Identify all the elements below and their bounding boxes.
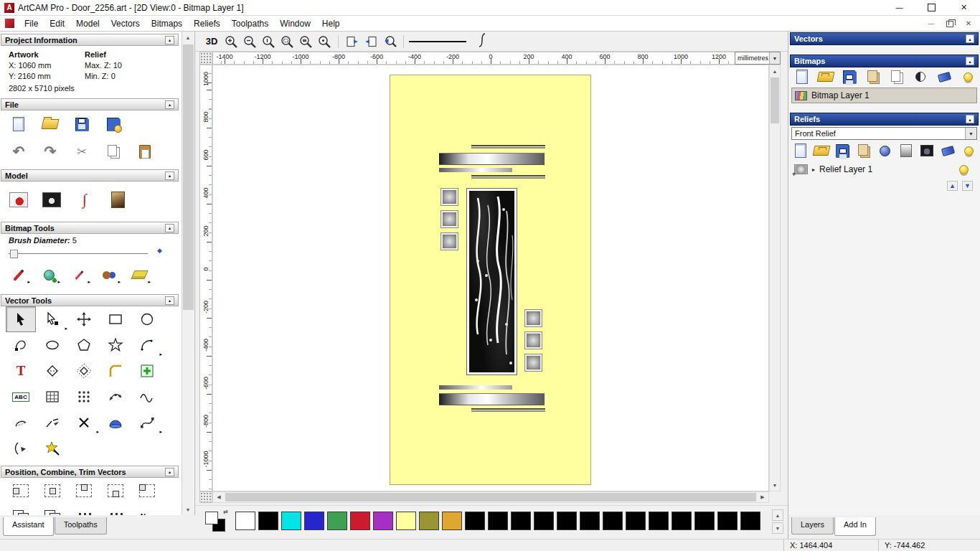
scroll-up-icon[interactable] [182, 32, 194, 43]
zoom-object-icon[interactable] [316, 34, 333, 50]
eraser[interactable] [128, 264, 151, 286]
bitmap-layer-row[interactable]: Bitmap Layer 1 [791, 88, 977, 103]
smooth-relief[interactable] [877, 143, 892, 158]
wrap-vectors-tool[interactable] [132, 384, 162, 410]
color-swatch[interactable] [258, 512, 278, 530]
join-vectors-tool[interactable] [37, 410, 67, 435]
color-swatch[interactable] [373, 512, 393, 530]
create-text-tool[interactable]: T [6, 358, 36, 384]
canvas-horizontal-scrollbar[interactable] [212, 491, 769, 503]
collapse-icon[interactable] [966, 34, 974, 43]
open-model[interactable] [39, 113, 62, 135]
zoom-out-icon[interactable] [241, 34, 258, 50]
color-swatch[interactable] [327, 512, 347, 530]
color-swatch[interactable] [694, 512, 715, 530]
page-right-icon[interactable] [362, 34, 380, 50]
color-swatch[interactable] [672, 512, 692, 530]
transform-vectors-tool[interactable] [69, 306, 99, 332]
swap-colours-icon[interactable] [223, 509, 228, 515]
offset-vectors-tool[interactable] [69, 358, 99, 384]
scroll-down-icon[interactable] [770, 479, 780, 491]
bitmap-light[interactable] [958, 70, 977, 84]
create-polygon-tool[interactable] [69, 332, 99, 358]
mdi-minimize-button[interactable] [925, 19, 937, 29]
tab[interactable]: Layers [791, 517, 834, 534]
load-reference[interactable] [7, 189, 30, 210]
align-centre-tool[interactable] [37, 478, 67, 504]
close-button[interactable] [948, 0, 980, 16]
open-relief[interactable] [814, 143, 829, 158]
scatter-copy-tool[interactable] [69, 504, 99, 515]
node-editing-tool[interactable] [37, 306, 67, 332]
menu-item[interactable]: File [19, 17, 44, 31]
foreground-colour-swatch[interactable] [205, 512, 218, 524]
paste-along-curve-tool[interactable] [100, 384, 131, 410]
relief-light[interactable] [961, 143, 977, 158]
new-model[interactable] [7, 113, 30, 135]
relief-layer-row[interactable]: Relief Layer 1 [791, 161, 977, 177]
new-bitmap[interactable] [793, 70, 811, 84]
color-swatch[interactable] [419, 512, 439, 530]
dropdown-arrow-icon[interactable] [965, 128, 976, 139]
menu-item[interactable]: Toolpaths [226, 17, 274, 31]
zoom-in-icon[interactable] [222, 34, 240, 50]
scrollbar-thumb[interactable] [183, 44, 194, 310]
reliefs-header[interactable]: Reliefs [790, 113, 979, 126]
assistant-scrollbar[interactable] [182, 32, 194, 515]
load-texture[interactable] [106, 189, 129, 210]
view-3d-button[interactable]: 3D [202, 34, 221, 50]
bitmaps-header[interactable]: Bitmaps [790, 55, 979, 67]
create-circle-tool[interactable] [132, 306, 162, 332]
collapse-icon[interactable] [165, 36, 174, 44]
paste[interactable] [133, 141, 156, 162]
collapse-icon[interactable] [165, 296, 174, 305]
color-swatch[interactable] [442, 512, 462, 530]
invert-model[interactable] [40, 189, 63, 210]
relief-selector-combo[interactable]: Front Relief [791, 127, 977, 140]
ungroup-vectors-tool[interactable] [37, 504, 67, 515]
scroll-left-icon[interactable] [213, 492, 225, 502]
color-swatch[interactable] [557, 512, 577, 530]
paste-block-tool[interactable] [132, 358, 162, 384]
collapse-icon[interactable] [165, 171, 174, 180]
menu-item[interactable]: Window [274, 17, 316, 31]
greyscale-relief[interactable] [898, 143, 914, 158]
preview-relief[interactable] [919, 143, 935, 158]
menu-item[interactable]: Reliefs [188, 17, 226, 31]
save-bitmap[interactable] [840, 70, 859, 84]
paint-brush[interactable] [7, 264, 30, 286]
create-rectangle-tool[interactable] [100, 306, 131, 332]
align-top-tool[interactable] [69, 478, 99, 504]
canvas-vertical-scrollbar[interactable] [769, 65, 781, 491]
color-swatch[interactable] [281, 512, 301, 530]
color-swatch[interactable] [304, 512, 324, 530]
model-stamp[interactable] [73, 189, 96, 210]
zoom-fit-icon[interactable] [297, 34, 314, 50]
trim-vectors-tool[interactable] [69, 410, 99, 435]
scroll-down-icon[interactable] [182, 504, 194, 515]
align-corner-tool[interactable] [132, 478, 162, 504]
create-star-tool[interactable] [100, 332, 131, 358]
star-wizard-tool[interactable] [37, 435, 67, 461]
save-relief[interactable] [835, 143, 851, 158]
contrast-bitmap[interactable] [911, 70, 930, 84]
color-swatch[interactable] [465, 512, 485, 530]
merge-bitmap[interactable] [864, 70, 882, 84]
color-swatch[interactable] [649, 512, 669, 530]
collapse-icon[interactable] [165, 224, 174, 232]
nesting-tool[interactable]: Nes [132, 504, 162, 515]
color-swatch[interactable] [534, 512, 554, 530]
units-combo[interactable]: millimetres [735, 52, 781, 65]
drawing-canvas[interactable] [212, 65, 769, 491]
palette-down-icon[interactable] [772, 522, 783, 534]
vectors-header[interactable]: Vectors [790, 32, 979, 45]
palette-up-icon[interactable] [772, 509, 783, 521]
color-swatch[interactable] [235, 512, 255, 530]
minimize-button[interactable] [883, 0, 915, 16]
color-swatch[interactable] [488, 512, 508, 530]
group-vectors-tool[interactable] [6, 504, 36, 515]
menu-item[interactable]: Help [316, 17, 346, 31]
mdi-close-button[interactable] [963, 19, 974, 29]
foreground-background-colours[interactable] [205, 512, 227, 533]
copy[interactable] [102, 141, 125, 162]
